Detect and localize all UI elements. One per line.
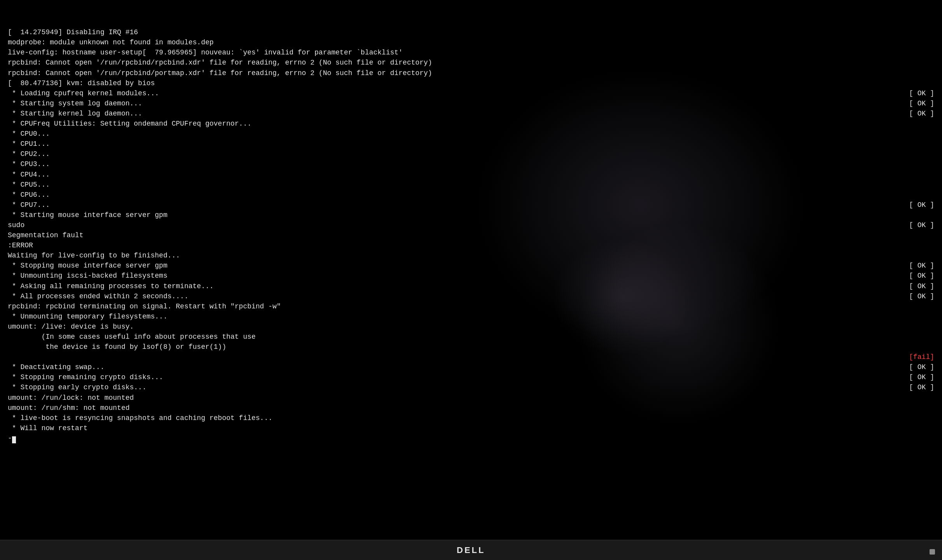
terminal-line: * CPU2...: [8, 149, 934, 159]
terminal-line: * CPU5...: [8, 180, 934, 190]
line-text: * Stopping early crypto disks...: [8, 382, 891, 392]
terminal-line: [ 80.477136] kvm: disabled by bios: [8, 78, 934, 88]
terminal-line: [fail]: [8, 352, 934, 362]
line-text: umount: /live: device is busy.: [8, 322, 934, 332]
line-text: * Starting system log daemon...: [8, 98, 891, 108]
line-text: [ 80.477136] kvm: disabled by bios: [8, 78, 934, 88]
line-text: * All processes ended within 2 seconds..…: [8, 291, 891, 301]
line-text: * Will now restart: [8, 423, 934, 433]
terminal-line: Waiting for live-config to be finished..…: [8, 250, 934, 261]
line-text: * live-boot is resyncing snapshots and c…: [8, 413, 934, 423]
terminal-line: * Starting mouse interface server gpm: [8, 210, 934, 220]
line-status: [fail]: [899, 352, 934, 362]
line-text: * CPU7...: [8, 200, 891, 210]
line-text: -: [8, 433, 934, 443]
line-status: [ OK ]: [899, 372, 934, 382]
terminal-line: umount: /run/lock: not mounted: [8, 393, 934, 403]
terminal-line: sudo[ OK ]: [8, 220, 934, 230]
screen: [ 14.275949] Disabling IRQ #16modprobe: …: [0, 0, 942, 560]
terminal-line: * Unmounting iscsi-backed filesystems[ O…: [8, 271, 934, 281]
terminal-line: * CPUFreq Utilities: Setting ondemand CP…: [8, 119, 934, 129]
bottom-bar: DELL: [0, 540, 942, 560]
line-text: * CPUFreq Utilities: Setting ondemand CP…: [8, 119, 934, 129]
terminal-line: (In some cases useful info about process…: [8, 332, 934, 342]
line-text: * CPU2...: [8, 149, 934, 159]
terminal-line: rpcbind: Cannot open '/run/rpcbind/rpcbi…: [8, 58, 934, 68]
terminal-line: * Starting system log daemon...[ OK ]: [8, 98, 934, 108]
line-status: [ OK ]: [899, 271, 934, 281]
line-text: * CPU6...: [8, 190, 934, 200]
line-text: * Starting mouse interface server gpm: [8, 210, 934, 220]
line-status: [ OK ]: [899, 261, 934, 271]
line-text: * CPU5...: [8, 180, 934, 190]
line-status: [ OK ]: [899, 281, 934, 291]
terminal-line: * CPU0...: [8, 129, 934, 139]
terminal-line: the device is found by lsof(8) or fuser(…: [8, 342, 934, 352]
terminal-line: Segmentation fault: [8, 230, 934, 240]
line-status: [ OK ]: [899, 88, 934, 98]
line-text: rpcbind: rpcbind terminating on signal. …: [8, 301, 934, 312]
terminal-line: rpcbind: rpcbind terminating on signal. …: [8, 301, 934, 312]
line-status: [ OK ]: [899, 291, 934, 301]
terminal-line: modprobe: module unknown not found in mo…: [8, 37, 934, 47]
line-text: * Stopping remaining crypto disks...: [8, 372, 891, 382]
line-text: Waiting for live-config to be finished..…: [8, 250, 934, 261]
terminal-line: * CPU4...: [8, 170, 934, 180]
terminal-line: :ERROR: [8, 240, 934, 250]
line-text: rpcbind: Cannot open '/run/rpcbind/rpcbi…: [8, 58, 934, 68]
terminal-line: rpcbind: Cannot open '/run/rpcbind/portm…: [8, 68, 934, 78]
terminal-line: [ 14.275949] Disabling IRQ #16: [8, 27, 934, 37]
terminal-line: * All processes ended within 2 seconds..…: [8, 291, 934, 301]
terminal-line: * Starting kernel log daemon...[ OK ]: [8, 108, 934, 119]
line-text: umount: /run/shm: not mounted: [8, 403, 934, 413]
cursor: [12, 436, 16, 443]
line-text: rpcbind: Cannot open '/run/rpcbind/portm…: [8, 68, 934, 78]
line-status: [ OK ]: [899, 220, 934, 230]
terminal-line: * CPU6...: [8, 190, 934, 200]
terminal-line: * Unmounting temporary filesystems...: [8, 312, 934, 322]
line-text: * Deactivating swap...: [8, 362, 891, 372]
line-text: * Stopping mouse interface server gpm: [8, 261, 891, 271]
line-text: * CPU4...: [8, 170, 934, 180]
line-status: [ OK ]: [899, 362, 934, 372]
line-status: [ OK ]: [899, 108, 934, 119]
terminal-line: -: [8, 433, 934, 443]
line-text: (In some cases useful info about process…: [8, 332, 934, 342]
line-status: [ OK ]: [899, 98, 934, 108]
line-text: * CPU0...: [8, 129, 934, 139]
line-text: umount: /run/lock: not mounted: [8, 393, 934, 403]
line-status: [ OK ]: [899, 382, 934, 392]
line-status: [ OK ]: [899, 200, 934, 210]
line-text: sudo: [8, 220, 891, 230]
terminal-content: [ 14.275949] Disabling IRQ #16modprobe: …: [8, 7, 934, 443]
line-text: :ERROR: [8, 240, 934, 250]
power-indicator: [930, 549, 935, 555]
line-text: * CPU1...: [8, 139, 934, 149]
terminal-line: * Asking all remaining processes to term…: [8, 281, 934, 291]
line-text: * CPU3...: [8, 159, 934, 169]
line-text: * Starting kernel log daemon...: [8, 108, 891, 119]
terminal-line: live-config: hostname user-setup[ 79.965…: [8, 47, 934, 58]
line-text: the device is found by lsof(8) or fuser(…: [8, 342, 934, 352]
line-text: * Unmounting iscsi-backed filesystems: [8, 271, 891, 281]
dell-logo: DELL: [457, 545, 485, 555]
terminal-area: [ 14.275949] Disabling IRQ #16modprobe: …: [0, 0, 942, 540]
terminal-line: umount: /live: device is busy.: [8, 322, 934, 332]
terminal-line: * Stopping remaining crypto disks...[ OK…: [8, 372, 934, 382]
line-text: [ 14.275949] Disabling IRQ #16: [8, 27, 934, 37]
line-text: * Loading cpufreq kernel modules...: [8, 88, 891, 98]
line-text: * Unmounting temporary filesystems...: [8, 312, 934, 322]
terminal-line: * CPU1...: [8, 139, 934, 149]
line-text: live-config: hostname user-setup[ 79.965…: [8, 47, 934, 58]
terminal-line: * CPU3...: [8, 159, 934, 169]
terminal-line: umount: /run/shm: not mounted: [8, 403, 934, 413]
line-text: * Asking all remaining processes to term…: [8, 281, 891, 291]
line-text: modprobe: module unknown not found in mo…: [8, 37, 934, 47]
terminal-line: * CPU7...[ OK ]: [8, 200, 934, 210]
terminal-line: * Stopping early crypto disks...[ OK ]: [8, 382, 934, 392]
terminal-line: * live-boot is resyncing snapshots and c…: [8, 413, 934, 423]
terminal-line: * Loading cpufreq kernel modules...[ OK …: [8, 88, 934, 98]
terminal-line: * Deactivating swap...[ OK ]: [8, 362, 934, 372]
terminal-line: * Stopping mouse interface server gpm[ O…: [8, 261, 934, 271]
terminal-line: * Will now restart: [8, 423, 934, 433]
